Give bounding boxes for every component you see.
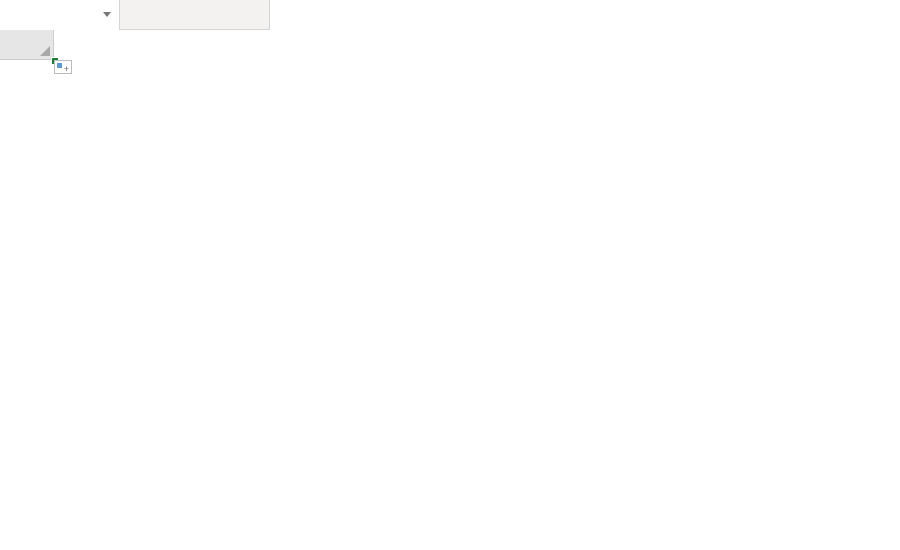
formula-buttons	[120, 0, 270, 30]
autofill-options-icon[interactable]	[54, 60, 72, 74]
header-row	[0, 30, 900, 60]
formula-input[interactable]	[270, 0, 900, 30]
select-all-corner[interactable]	[0, 30, 54, 60]
name-box[interactable]	[6, 7, 86, 23]
dropdown-icon[interactable]	[103, 12, 111, 17]
name-box-wrap[interactable]	[0, 0, 120, 30]
formula-bar	[0, 0, 900, 30]
column-headers	[54, 30, 900, 60]
